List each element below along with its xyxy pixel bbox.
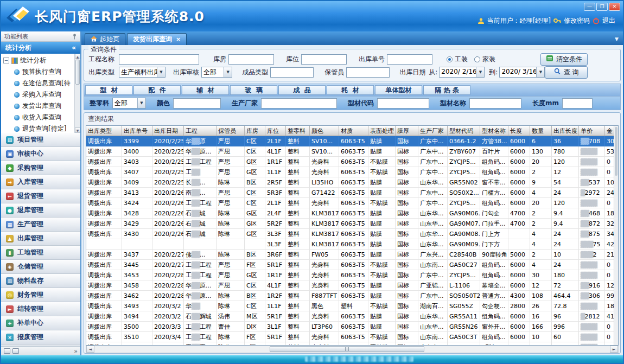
outbound-type-select[interactable]: 生产领料出库 ▼ — [119, 67, 165, 78]
material-tab-5[interactable]: 耗 材 — [327, 85, 374, 95]
table-row[interactable]: 调拨出库34582020/2/28华▓▓原...严思C区4L1F整料光身料606… — [86, 280, 619, 291]
scroll-up-icon[interactable]: ▲ — [75, 54, 80, 59]
logout-link[interactable]: 退出 — [602, 16, 615, 25]
tree-item[interactable]: 发货出库查询 — [1, 100, 80, 112]
table-vertical-scrollbar[interactable] — [614, 126, 618, 345]
tree-item[interactable]: 预算执行查询 — [1, 66, 80, 78]
color-input[interactable] — [173, 98, 221, 108]
scroll-right-icon[interactable]: ► — [610, 346, 618, 353]
sidebar-item-audit-center[interactable]: ▣审核中心 — [1, 147, 80, 161]
radio-jiazhuang[interactable]: 家装 — [474, 55, 495, 64]
column-header[interactable]: 材质 — [339, 126, 368, 136]
list-view-icon[interactable] — [4, 348, 10, 354]
table-row[interactable]: 调拨出库34942020/3/2石▓▓辉城汤伟M区5R1F整料光身料6063-T… — [86, 311, 619, 322]
sidebar-item-scrap[interactable]: ×报废管理 — [1, 330, 80, 344]
hscroll-thumb[interactable] — [270, 346, 424, 352]
hscroll-track[interactable] — [94, 346, 610, 353]
sidebar-item-outbound[interactable]: ▲出库管理 — [1, 232, 80, 246]
date-to-picker[interactable]: 2020/ 3/16 ▼ — [499, 67, 545, 78]
column-header[interactable]: 膜厚 — [396, 126, 418, 136]
column-header[interactable]: 数量 — [530, 126, 552, 136]
tabbar-dropdown-icon[interactable]: ▼ — [615, 36, 619, 42]
clear-conditions-button[interactable]: 清空条件 — [540, 53, 588, 66]
outbound-audit-select[interactable]: 全部 ▼ — [201, 67, 232, 78]
column-header[interactable]: 保管员 — [217, 126, 245, 136]
tree-item[interactable]: 退货查询[待定] — [1, 123, 80, 133]
material-tab-1[interactable]: 配 件 — [133, 85, 181, 95]
column-header[interactable]: 型材代码 — [448, 126, 480, 136]
column-header[interactable]: 颜色 — [310, 126, 339, 136]
column-header[interactable]: 出库日期 — [152, 126, 184, 136]
column-header[interactable]: 型材名称 — [480, 126, 508, 136]
collapse-icon[interactable]: « — [72, 44, 76, 52]
search-button[interactable]: 查 询 — [545, 66, 588, 79]
order-no-input[interactable] — [387, 54, 432, 65]
material-tab-3[interactable]: 玻 璃 — [230, 85, 277, 95]
table-row[interactable]: 调拨出库34282020/2/26石▓▓城陈琳G区2L4F整料KLM381760… — [86, 208, 619, 219]
length-input[interactable] — [562, 98, 593, 108]
project-name-input[interactable] — [119, 54, 199, 65]
column-header[interactable]: 库房 — [245, 126, 265, 136]
table-row[interactable]: 调拨出库34452020/2/27工▓▓工程严思F区5R1F整料光身料6063-… — [86, 260, 619, 270]
tree-scrollbar-thumb[interactable] — [75, 60, 80, 85]
table-row[interactable]: 调拨出库34072020/2/25工▓▓严思G区1L1F整料光身料6063-T5… — [86, 167, 619, 177]
sidebar-item-inbound[interactable]: →入库管理 — [1, 175, 80, 189]
tree-scrollbar[interactable]: ▲ ▼ — [74, 54, 80, 133]
table-row[interactable]: 调拨出库34132020/2/26南▓▓...严思C区5R3F整料G714226… — [86, 188, 619, 198]
pin-icon[interactable] — [72, 34, 77, 40]
column-header[interactable]: 出库类型 — [86, 126, 122, 136]
sidebar-item-site[interactable]: ▮工地管理 — [1, 246, 80, 260]
sidebar-item-supplement-center[interactable]: +补单中心 — [1, 316, 80, 330]
sidebar-item-carryover[interactable]: ►结转管理 — [1, 302, 80, 316]
manufacturer-input[interactable] — [261, 98, 337, 108]
column-header[interactable]: 整零料 — [286, 126, 310, 136]
tree-root-statistics[interactable]: − 统计分析 — [1, 55, 80, 66]
sidebar-section-statistics[interactable]: 统计分析 « — [1, 42, 80, 54]
more-buttons-icon[interactable]: » — [74, 348, 78, 355]
scroll-down-icon[interactable]: ▼ — [75, 127, 80, 133]
sidebar-item-production[interactable]: ▦生产管理 — [1, 218, 80, 232]
sidebar-item-return-warehouse[interactable]: ●退库管理 — [1, 203, 80, 218]
keeper-input[interactable] — [346, 67, 390, 78]
tree-expand-icon[interactable]: − — [3, 58, 9, 63]
material-tab-6[interactable]: 单体型材 — [375, 85, 422, 95]
table-row[interactable]: 调拨出库34032020/2/25工▓▓工程严思G区1R1F整料光身料6063-… — [86, 157, 619, 167]
column-header[interactable]: 单价 — [579, 126, 605, 136]
location-input[interactable] — [301, 54, 347, 65]
column-header[interactable]: 库位 — [265, 126, 286, 136]
sidebar-item-project[interactable]: ▤项目管理 — [1, 133, 80, 147]
column-header[interactable]: 长度 — [508, 126, 530, 136]
scroll-left-icon[interactable]: ◄ — [86, 346, 94, 353]
material-tab-0[interactable]: 型 材 — [85, 85, 132, 95]
sidebar-item-warehouse[interactable]: ◈仓储管理 — [1, 260, 80, 274]
sidebar-item-return-goods[interactable]: ←退货管理 — [1, 189, 80, 203]
sidebar-item-finance[interactable]: ◎财务管理 — [1, 288, 80, 302]
whole-part-select[interactable]: 全部 ▼ — [112, 98, 146, 108]
profile-code-input[interactable] — [377, 98, 429, 108]
tab-close-icon[interactable]: × — [176, 36, 181, 43]
minimize-button[interactable]: — — [584, 3, 595, 11]
table-row[interactable]: 调拨出库34292020/2/26石▓▓城陈琳G区5R2F整料KLM381760… — [86, 219, 619, 229]
sidebar-item-inventory[interactable]: ▥物料盘存 — [1, 274, 80, 288]
tree-item[interactable]: 采购入库查询 — [1, 89, 80, 100]
product-type-input[interactable] — [270, 67, 314, 78]
table-row[interactable]: 调拨出库34302020/2/26石▓▓城陈琳G区3L3F整料KLM381760… — [86, 229, 619, 239]
table-row[interactable]: 调拨出库34932020/3/2华▓▓陈琳C区1L1F整料黑色塑料不贴膜国标湖南… — [86, 301, 619, 311]
tab-shipping-outbound-query[interactable]: 发货出库查询 × — [127, 33, 187, 45]
close-button[interactable]: ✕ — [609, 3, 620, 11]
column-header[interactable]: 表面处理 — [368, 126, 396, 136]
date-from-picker[interactable]: 2020/ 2/16 ▼ — [439, 67, 485, 78]
table-row[interactable]: 调拨出库34532020/2/28工▓▓工程严思G区1R1F整料光身料6063-… — [86, 270, 619, 280]
column-header[interactable]: 工程 — [184, 126, 217, 136]
material-tab-4[interactable]: 成 品 — [278, 85, 326, 95]
warehouse-input[interactable] — [228, 54, 274, 65]
table-row[interactable]: 调拨出库34092020/2/25长▓▓...陈琳B区2R5F整料LI35HO6… — [86, 177, 619, 188]
change-password-link[interactable]: 修改密码 — [564, 16, 590, 25]
sidebar-item-purchase[interactable]: ◆采购管理 — [1, 161, 80, 175]
table-row[interactable]: 调拨出库34002020/2/25华▓▓原...严思C区4L1F整料SV10..… — [86, 146, 619, 157]
table-row[interactable]: 调拨出库34622020/2/28华▓▓原...陈琳B区1R2F整料F887TF… — [86, 291, 619, 301]
radio-gongzhuang[interactable]: 工装 — [447, 55, 468, 64]
column-header[interactable]: 生产厂家 — [418, 126, 448, 136]
tab-start-page[interactable]: 起始页 — [85, 33, 125, 45]
material-tab-7[interactable]: 隔 热 条 — [423, 85, 470, 95]
